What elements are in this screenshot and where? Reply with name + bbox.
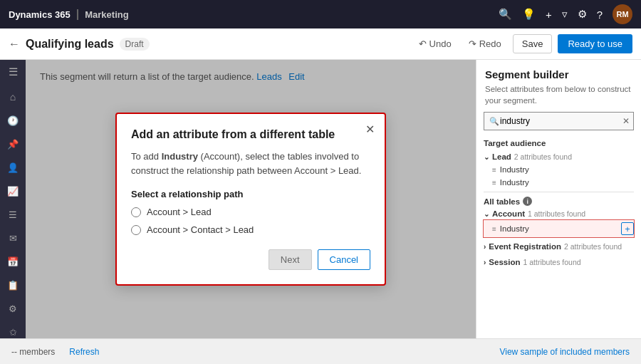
content-area: This segment will return a list of the t…	[26, 60, 476, 338]
recent-icon[interactable]: 🕐	[7, 115, 19, 126]
redo-button[interactable]: ↷ Redo	[463, 36, 507, 52]
list-item: ≡ Industry	[484, 163, 634, 176]
filter-icon[interactable]: ▿	[562, 8, 568, 21]
list-icon[interactable]: 📋	[7, 280, 19, 291]
table-icon: ≡	[492, 179, 496, 187]
ready-button[interactable]: Ready to use	[558, 34, 632, 53]
segment-icon[interactable]: ☰	[9, 209, 17, 220]
chevron-down-icon: ⌄	[484, 210, 489, 218]
modal-overlay: ✕ Add an attribute from a different tabl…	[26, 60, 476, 338]
all-tables-header: All tables i	[484, 192, 634, 207]
chevron-right-icon: ›	[484, 243, 486, 251]
status-badge: Draft	[120, 38, 150, 51]
topbar-icons: 🔍 💡 + ▿ ⚙ ? RM	[499, 4, 632, 24]
brand-divider: |	[76, 8, 79, 21]
settings-nav-icon[interactable]: ⚙	[9, 303, 17, 314]
lead-group-title[interactable]: ⌄ Lead 2 attributes found	[484, 150, 634, 163]
avatar[interactable]: RM	[613, 4, 632, 24]
page-title: Qualifying leads	[26, 38, 114, 51]
radio-option-1[interactable]: Account > Lead	[131, 207, 370, 217]
calendar-icon[interactable]: 📅	[7, 256, 19, 267]
pin-icon[interactable]: 📌	[7, 139, 19, 150]
brand: Dynamics 365 | Marketing	[9, 8, 129, 21]
secondbar-actions: ↶ Undo ↷ Redo Save Ready to use	[413, 34, 632, 53]
modal-dialog: ✕ Add an attribute from a different tabl…	[115, 113, 386, 286]
modal-description: To add Industry (Account), select the ta…	[131, 150, 370, 177]
plus-icon[interactable]: +	[546, 9, 552, 21]
email-icon[interactable]: ✉	[9, 233, 17, 244]
redo-icon: ↷	[469, 38, 476, 49]
right-panel: Segment builder Select attributes from b…	[476, 60, 641, 338]
home-icon[interactable]: ⌂	[10, 91, 16, 103]
relationship-label: Select a relationship path	[131, 189, 370, 199]
star-icon[interactable]: ✩	[9, 327, 17, 338]
list-item: ≡ Industry	[484, 176, 634, 189]
module-name: Marketing	[85, 9, 128, 20]
add-attribute-button[interactable]: +	[621, 222, 634, 235]
help-icon[interactable]: ?	[597, 9, 603, 21]
search-icon[interactable]: 🔍	[499, 8, 512, 21]
panel-title: Segment builder	[476, 60, 641, 83]
bottombar: -- members Refresh View sample of includ…	[0, 338, 641, 364]
radio-input-1[interactable]	[131, 207, 141, 217]
back-button[interactable]: ←	[9, 38, 20, 51]
session-group: › Session 1 attributes found	[484, 256, 634, 269]
next-button[interactable]: Next	[269, 249, 312, 270]
table-icon: ≡	[492, 225, 496, 233]
radio-input-2[interactable]	[131, 225, 141, 235]
modal-actions: Next Cancel	[131, 249, 370, 270]
lightbulb-icon[interactable]: 💡	[522, 8, 536, 21]
hamburger-icon[interactable]: ☰	[9, 66, 18, 78]
radio-option-2[interactable]: Account > Contact > Lead	[131, 224, 370, 235]
contacts-icon[interactable]: 👤	[7, 162, 19, 173]
panel-subtitle: Select attributes from below to construc…	[476, 83, 641, 112]
table-icon: ≡	[492, 166, 496, 174]
cancel-button[interactable]: Cancel	[318, 249, 370, 270]
lead-group: ⌄ Lead 2 attributes found ≡ Industry ≡ I…	[484, 150, 634, 189]
event-group: › Event Registration 2 attributes found	[484, 240, 634, 253]
chart-icon[interactable]: 📈	[7, 186, 19, 197]
undo-icon: ↶	[419, 38, 427, 49]
sidebar: ☰ ⌂ 🕐 📌 👤 📈 ☰ ✉ 📅 📋 ⚙ ✩	[0, 60, 26, 338]
brand-name: Dynamics 365	[9, 9, 71, 20]
event-group-title[interactable]: › Event Registration 2 attributes found	[484, 240, 634, 253]
account-group-title[interactable]: ⌄ Account 1 attributes found	[484, 207, 634, 220]
search-clear-button[interactable]: ✕	[622, 116, 630, 126]
settings-icon[interactable]: ⚙	[578, 8, 587, 21]
topbar: Dynamics 365 | Marketing 🔍 💡 + ▿ ⚙ ? RM	[0, 0, 641, 28]
modal-title: Add an attribute from a different table	[131, 128, 370, 141]
secondbar: ← Qualifying leads Draft ↶ Undo ↷ Redo S…	[0, 28, 641, 60]
account-group: ⌄ Account 1 attributes found ≡ Industry …	[484, 207, 634, 237]
undo-button[interactable]: ↶ Undo	[413, 36, 457, 52]
chevron-down-icon: ⌄	[484, 153, 489, 161]
chevron-right-icon: ›	[484, 259, 486, 266]
info-icon: i	[523, 197, 532, 206]
target-audience-header: Target audience	[484, 136, 634, 150]
refresh-link[interactable]: Refresh	[69, 347, 99, 357]
panel-section: Target audience ⌄ Lead 2 attributes foun…	[476, 136, 641, 271]
view-sample-link[interactable]: View sample of included members	[499, 347, 630, 357]
members-count: -- members	[11, 347, 55, 357]
modal-close-button[interactable]: ✕	[365, 123, 375, 136]
list-item-highlighted[interactable]: ≡ Industry +	[484, 220, 634, 237]
save-button[interactable]: Save	[513, 34, 553, 53]
search-box: 🔍 ✕	[484, 112, 634, 130]
search-input[interactable]	[484, 112, 634, 130]
session-group-title[interactable]: › Session 1 attributes found	[484, 256, 634, 269]
search-icon-panel: 🔍	[489, 117, 499, 126]
